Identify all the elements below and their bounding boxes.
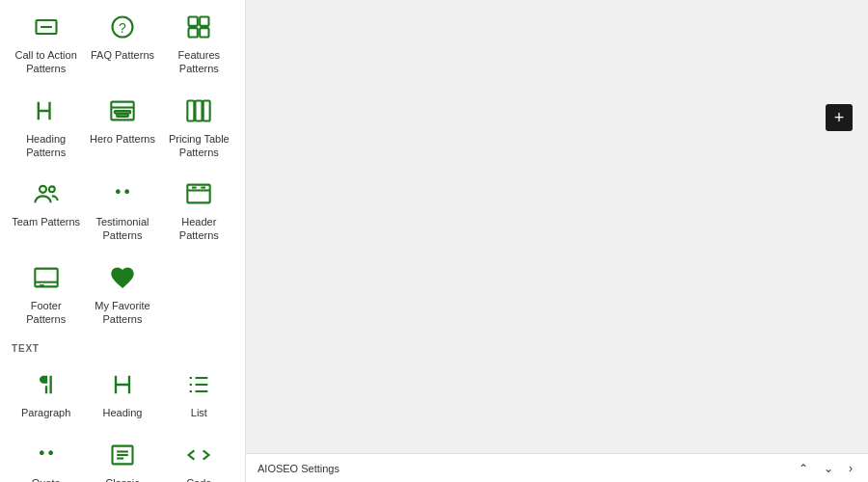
bottom-bar-title: AIOSEO Settings [258, 463, 339, 474]
paragraph-item[interactable]: Paragraph [8, 358, 84, 427]
testimonial-icon [107, 178, 138, 209]
patterns-grid: Call to ActionPatterns ? FAQ Patterns Fe… [0, 0, 245, 334]
classic-icon [107, 440, 138, 470]
heading-text-icon [107, 369, 138, 400]
svg-rect-6 [189, 28, 198, 37]
svg-point-15 [40, 186, 46, 193]
pricing-icon [183, 95, 214, 126]
text-grid: Paragraph Heading List [0, 358, 245, 482]
cta-icon [31, 12, 62, 42]
faq-patterns-item[interactable]: ? FAQ Patterns [84, 0, 160, 84]
list-label: List [191, 406, 207, 419]
heading-patterns-item[interactable]: HeadingPatterns [8, 84, 84, 168]
classic-label: Classic [105, 476, 139, 482]
features-patterns-item[interactable]: FeaturesPatterns [161, 0, 237, 84]
header-label: HeaderPatterns [179, 215, 219, 243]
right-panel: + AIOSEO Settings ⌃ ⌄ › [246, 0, 868, 482]
code-icon [183, 440, 214, 470]
testimonial-label: TestimonialPatterns [95, 215, 149, 243]
paragraph-icon [31, 369, 62, 400]
team-icon [31, 178, 62, 209]
hero-patterns-item[interactable]: Hero Patterns [84, 84, 160, 168]
favorite-icon [107, 262, 138, 293]
add-button[interactable]: + [826, 104, 853, 131]
svg-text:?: ? [119, 20, 126, 36]
list-item[interactable]: List [161, 358, 237, 427]
list-icon [183, 369, 214, 400]
my-favorite-patterns-item[interactable]: My FavoritePatterns [84, 251, 160, 335]
svg-rect-12 [188, 100, 195, 120]
team-patterns-item[interactable]: Team Patterns [8, 167, 84, 251]
left-panel: Call to ActionPatterns ? FAQ Patterns Fe… [0, 0, 246, 482]
svg-rect-4 [189, 17, 198, 26]
faq-label: FAQ Patterns [91, 48, 154, 62]
heading-text-item[interactable]: Heading [84, 358, 160, 427]
footer-icon [31, 262, 62, 293]
testimonial-patterns-item[interactable]: TestimonialPatterns [84, 167, 160, 251]
footer-label: FooterPatterns [26, 299, 66, 327]
paragraph-label: Paragraph [21, 406, 70, 419]
team-label: Team Patterns [12, 215, 80, 228]
header-icon [183, 178, 214, 209]
quote-icon [31, 440, 62, 470]
code-item[interactable]: Code [161, 428, 237, 482]
svg-rect-10 [115, 111, 130, 113]
svg-rect-13 [196, 100, 203, 120]
svg-rect-14 [203, 100, 210, 120]
favorite-label: My FavoritePatterns [95, 299, 149, 327]
features-label: FeaturesPatterns [178, 48, 220, 76]
svg-rect-21 [35, 268, 57, 286]
svg-rect-7 [200, 28, 208, 37]
bottom-bar: AIOSEO Settings ⌃ ⌄ › [246, 453, 868, 482]
footer-patterns-item[interactable]: FooterPatterns [8, 251, 84, 335]
hero-icon [107, 95, 138, 126]
svg-rect-17 [188, 185, 210, 203]
features-icon [183, 12, 214, 42]
call-to-action-patterns-item[interactable]: Call to ActionPatterns [8, 0, 84, 84]
hero-label: Hero Patterns [90, 132, 155, 146]
svg-point-16 [49, 187, 55, 193]
header-patterns-item[interactable]: HeaderPatterns [161, 167, 237, 251]
heading-icon [31, 95, 62, 126]
svg-rect-11 [117, 114, 128, 116]
classic-item[interactable]: Classic [84, 428, 160, 482]
chevron-down-button[interactable]: ⌄ [820, 460, 837, 477]
chevron-up-button[interactable]: ⌃ [795, 460, 812, 477]
heading-label: HeadingPatterns [26, 132, 66, 160]
pricing-label: Pricing TablePatterns [169, 132, 230, 160]
svg-rect-5 [200, 17, 208, 26]
faq-icon: ? [107, 12, 138, 42]
quote-item[interactable]: Quote [8, 428, 84, 482]
quote-label: Quote [32, 476, 61, 482]
pricing-table-patterns-item[interactable]: Pricing TablePatterns [161, 84, 237, 168]
cta-label: Call to ActionPatterns [15, 48, 77, 76]
text-section-label: TEXT [0, 334, 245, 358]
heading-text-label: Heading [103, 406, 143, 419]
chevron-right-button[interactable]: › [845, 460, 856, 477]
code-label: Code [186, 476, 211, 482]
bottom-bar-controls: ⌃ ⌄ › [795, 460, 856, 477]
canvas-area: + [246, 0, 868, 453]
